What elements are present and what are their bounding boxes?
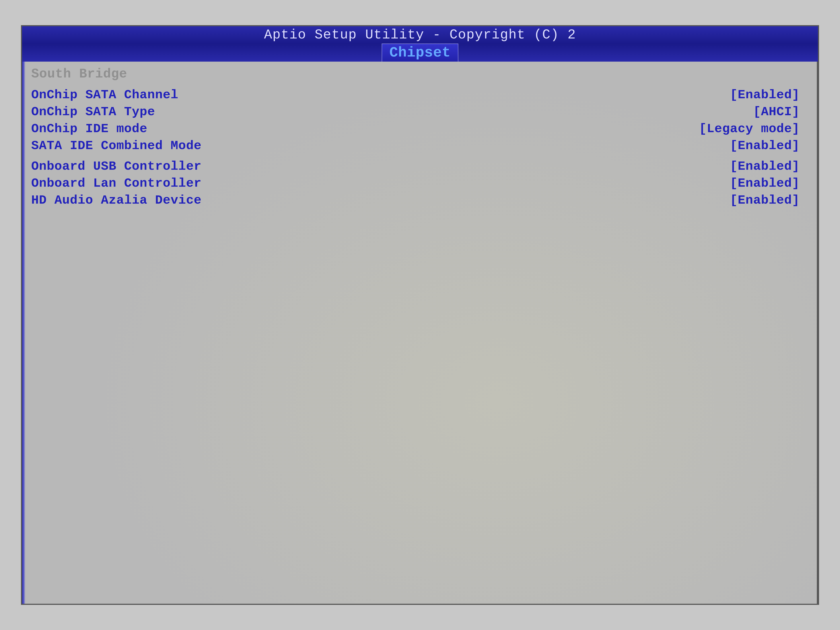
setting-value-7[interactable]: [Enabled] xyxy=(421,192,811,209)
spacer-row xyxy=(31,154,811,158)
settings-grid: OnChip SATA Channel[Enabled]OnChip SATA … xyxy=(31,87,811,209)
setting-label-6[interactable]: Onboard Lan Controller xyxy=(31,175,421,192)
setting-value-3[interactable]: [Enabled] xyxy=(421,137,811,154)
setting-value-0[interactable]: [Enabled] xyxy=(421,87,811,103)
setting-label-5[interactable]: Onboard USB Controller xyxy=(31,158,421,175)
main-content: South Bridge OnChip SATA Channel[Enabled… xyxy=(22,62,818,604)
bios-header: Aptio Setup Utility - Copyright (C) 2 Ch… xyxy=(22,26,818,62)
setting-label-1[interactable]: OnChip SATA Type xyxy=(31,103,421,120)
setting-value-6[interactable]: [Enabled] xyxy=(421,175,811,192)
setting-label-2[interactable]: OnChip IDE mode xyxy=(31,120,421,137)
setting-label-0[interactable]: OnChip SATA Channel xyxy=(31,87,421,103)
header-title: Aptio Setup Utility - Copyright (C) 2 xyxy=(264,27,576,43)
setting-value-5[interactable]: [Enabled] xyxy=(421,158,811,175)
setting-label-7[interactable]: HD Audio Azalia Device xyxy=(31,192,421,209)
setting-value-2[interactable]: [Legacy mode] xyxy=(421,120,811,137)
active-tab[interactable]: Chipset xyxy=(382,44,458,62)
setting-value-1[interactable]: [AHCI] xyxy=(421,103,811,120)
section-title: South Bridge xyxy=(31,67,811,81)
bios-screen: Aptio Setup Utility - Copyright (C) 2 Ch… xyxy=(21,25,819,605)
setting-label-3[interactable]: SATA IDE Combined Mode xyxy=(31,137,421,154)
